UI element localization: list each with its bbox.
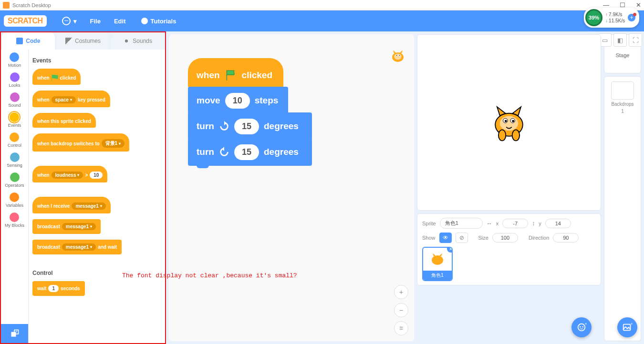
add-backdrop-button[interactable]: + [617, 317, 637, 337]
tab-code[interactable]: Code [2, 32, 55, 50]
y-label: y [539, 221, 541, 226]
wait-value[interactable]: 1 [48, 285, 59, 292]
category-operators[interactable]: Operators [5, 172, 24, 188]
x-field[interactable]: -7 [502, 219, 528, 228]
script-stack[interactable]: when clicked move 10 steps turn 15 degre… [188, 58, 312, 166]
rotate-ccw-icon [219, 147, 229, 157]
category-motion[interactable]: Motion [8, 52, 21, 68]
scratch-logo[interactable]: SCRATCH [4, 15, 47, 27]
network-widget[interactable]: 39% 7.9K/s 11.5K/s + [584, 8, 639, 28]
message-dropdown[interactable]: message1 [72, 202, 105, 210]
category-rail: MotionLooksSoundEventsControlSensingOper… [1, 50, 29, 343]
category-dot [10, 172, 20, 182]
hide-button[interactable]: ⊘ [456, 233, 468, 243]
svg-point-15 [499, 130, 506, 141]
script-move-steps[interactable]: move 10 steps [188, 87, 288, 114]
xy-icon: ↔ [487, 220, 492, 227]
turn-cw-value[interactable]: 15 [234, 119, 259, 134]
block-palette[interactable]: Events when clicked when space key press… [29, 50, 165, 343]
blocks-panel: Code Costumes Sounds MotionLooksSoundEve… [0, 31, 166, 344]
upload-speed: 7.9K/s [605, 11, 625, 18]
script-turn-cw[interactable]: turn 15 degrees [188, 112, 312, 140]
broadcast-dropdown[interactable]: message1 [62, 223, 96, 230]
loudness-value[interactable]: 10 [90, 172, 103, 179]
zoom-reset-button[interactable]: = [394, 321, 408, 335]
sprite-card-label: 角色1 [423, 271, 452, 280]
block-when-key-pressed[interactable]: when space key pressed [32, 91, 110, 107]
y-field[interactable]: 14 [545, 219, 571, 228]
key-dropdown[interactable]: space [52, 96, 76, 103]
language-menu[interactable]: ▾ [62, 17, 77, 25]
backdrops-count: 1 [621, 109, 624, 114]
category-my-blocks[interactable]: My Blocks [5, 212, 24, 228]
block-when-loudness[interactable]: when loudness > 10 [32, 166, 107, 182]
block-when-flag-clicked[interactable]: when clicked [32, 69, 81, 85]
block-when-backdrop-switches[interactable]: when backdrop switches to 背景1 [32, 133, 129, 152]
sprite-info-panel: Sprite 角色1 ↔ x -7 ↕ y 14 Show 👁 ⊘ Size 1… [417, 213, 601, 285]
edit-menu[interactable]: Edit [114, 18, 126, 25]
show-button[interactable]: 👁 [439, 233, 452, 243]
category-dot [10, 92, 20, 102]
script-workspace[interactable]: when clicked move 10 steps turn 15 degre… [169, 34, 414, 341]
category-looks[interactable]: Looks [9, 72, 20, 88]
expand-icon[interactable]: + [628, 14, 635, 21]
broadcast-wait-dropdown[interactable]: message1 [62, 243, 96, 251]
window-titlebar: Scratch Desktop — ☐ ✕ [0, 0, 644, 10]
category-events[interactable]: Events [8, 112, 21, 128]
size-field[interactable]: 100 [492, 233, 518, 243]
backdrop-dropdown[interactable]: 背景1 [102, 139, 125, 148]
zoom-in-button[interactable]: + [394, 285, 408, 299]
add-sprite-button[interactable]: + [571, 317, 592, 337]
fullscreen-button[interactable]: ⛶ [629, 33, 642, 47]
x-label: x [496, 221, 499, 226]
direction-label: Direction [529, 235, 549, 241]
backdrops-label: Backdrops [611, 101, 634, 107]
block-when-sprite-clicked[interactable]: when this sprite clicked [32, 113, 96, 128]
tab-sounds[interactable]: Sounds [111, 32, 164, 50]
palette-header-events: Events [32, 57, 162, 64]
user-annotation: The font display not clear ,because it's… [122, 272, 297, 279]
category-variables[interactable]: Variables [6, 192, 23, 208]
tutorials-button[interactable]: Tutorials [141, 18, 177, 25]
svg-point-18 [578, 324, 585, 331]
sprite-on-stage[interactable] [486, 100, 532, 145]
svg-text:+: + [630, 322, 633, 326]
script-when-flag-clicked[interactable]: when clicked [188, 58, 283, 89]
backdrop-thumbnail[interactable] [611, 81, 634, 100]
block-wait-seconds[interactable]: wait 1 seconds [32, 281, 85, 296]
sprite-name-field[interactable]: 角色1 [440, 218, 483, 229]
block-broadcast[interactable]: broadcast message1 [32, 219, 101, 234]
large-stage-button[interactable]: ◧ [613, 33, 627, 47]
category-sensing[interactable]: Sensing [7, 152, 22, 168]
svg-text:+: + [15, 329, 17, 334]
category-dot [10, 132, 19, 142]
backdrop-panel: Backdrops 1 [604, 76, 641, 341]
script-turn-ccw[interactable]: turn 15 degrees [188, 138, 312, 166]
picture-plus-icon: + [622, 322, 633, 333]
category-dot [10, 212, 19, 222]
annotation-highlight [1, 31, 165, 32]
app-icon [3, 2, 10, 9]
download-speed: 11.5K/s [605, 18, 625, 24]
loudness-dropdown[interactable]: loudness [52, 172, 83, 179]
category-control[interactable]: Control [8, 132, 21, 148]
tab-costumes[interactable]: Costumes [57, 32, 110, 50]
cat-plus-icon: + [576, 322, 587, 333]
block-when-receive[interactable]: when I receive message1 [32, 197, 111, 213]
green-flag-icon [225, 69, 237, 81]
stage[interactable] [417, 34, 601, 211]
extension-icon: + [10, 329, 20, 338]
main-area: Code Costumes Sounds MotionLooksSoundEve… [0, 31, 644, 344]
close-button[interactable]: ✕ [636, 1, 641, 9]
code-icon [16, 38, 23, 44]
zoom-out-button[interactable]: − [394, 303, 408, 317]
add-extension-button[interactable]: + [1, 324, 28, 343]
direction-field[interactable]: 90 [553, 233, 579, 243]
file-menu[interactable]: File [90, 18, 101, 25]
turn-ccw-value[interactable]: 15 [234, 144, 259, 160]
block-broadcast-wait[interactable]: broadcast message1 and wait [32, 240, 122, 254]
sprite-card[interactable]: ✕ 角色1 [422, 247, 453, 281]
move-value[interactable]: 10 [225, 93, 250, 109]
category-sound[interactable]: Sound [8, 92, 21, 108]
brush-icon [65, 38, 72, 44]
